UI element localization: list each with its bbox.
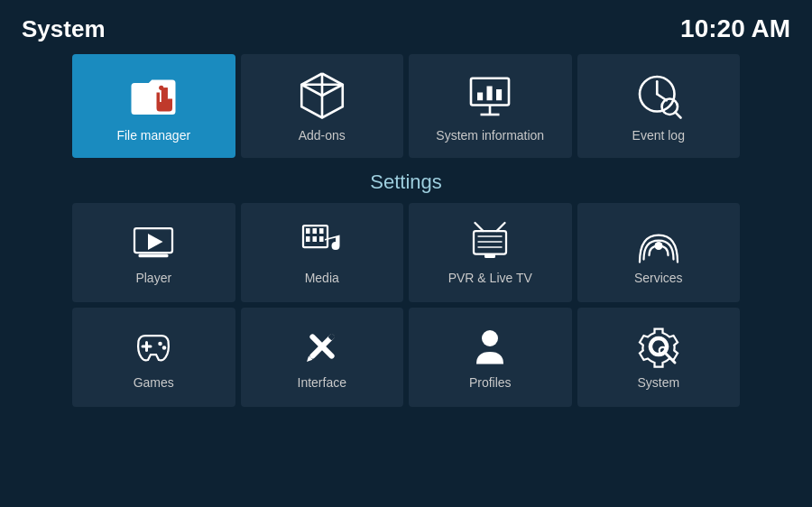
tile-event-log-label: Event log bbox=[632, 128, 685, 143]
tile-pvr-live-tv[interactable]: PVR & Live TV bbox=[409, 203, 572, 302]
tile-add-ons[interactable]: Add-ons bbox=[241, 54, 404, 158]
svg-rect-31 bbox=[484, 254, 495, 259]
svg-rect-10 bbox=[496, 89, 502, 100]
svg-rect-26 bbox=[312, 236, 317, 242]
tile-interface[interactable]: Interface bbox=[241, 308, 404, 407]
svg-point-2 bbox=[159, 85, 163, 89]
svg-rect-24 bbox=[319, 228, 324, 234]
system-icon bbox=[637, 325, 680, 368]
settings-row-2: Games Interface Profiles bbox=[0, 308, 812, 407]
top-row: File manager Add-ons System information bbox=[0, 54, 812, 158]
media-icon bbox=[300, 220, 344, 263]
tile-file-manager[interactable]: File manager bbox=[72, 54, 235, 158]
svg-point-44 bbox=[482, 330, 498, 346]
tile-media-label: Media bbox=[305, 271, 339, 285]
svg-line-29 bbox=[475, 223, 484, 231]
file-manager-icon bbox=[128, 70, 179, 121]
svg-line-30 bbox=[497, 223, 505, 231]
svg-rect-9 bbox=[487, 86, 493, 100]
tile-services[interactable]: Services bbox=[577, 203, 741, 302]
tile-pvr-live-tv-label: PVR & Live TV bbox=[448, 271, 532, 285]
tile-player-label: Player bbox=[135, 271, 171, 285]
header: System 10:20 AM bbox=[0, 0, 812, 51]
tile-profiles[interactable]: Profiles bbox=[409, 308, 572, 407]
settings-label: Settings bbox=[0, 171, 812, 194]
svg-line-5 bbox=[301, 84, 322, 95]
add-ons-icon bbox=[297, 70, 347, 121]
tile-player[interactable]: Player bbox=[72, 203, 235, 302]
tile-profiles-label: Profiles bbox=[469, 375, 512, 390]
event-log-icon bbox=[633, 70, 684, 121]
tile-interface-label: Interface bbox=[298, 375, 346, 390]
svg-rect-22 bbox=[306, 228, 310, 234]
app-title: System bbox=[22, 15, 106, 43]
svg-point-38 bbox=[159, 342, 163, 346]
player-icon bbox=[132, 220, 175, 263]
svg-rect-27 bbox=[319, 236, 324, 242]
clock: 10:20 AM bbox=[680, 14, 790, 43]
tile-games[interactable]: Games bbox=[72, 308, 235, 407]
svg-rect-23 bbox=[312, 228, 317, 234]
tile-file-manager-label: File manager bbox=[116, 128, 190, 143]
svg-point-46 bbox=[660, 347, 667, 355]
tile-services-label: Services bbox=[634, 271, 683, 285]
profiles-icon bbox=[468, 325, 512, 368]
svg-point-39 bbox=[162, 346, 167, 350]
tile-system-information-label: System information bbox=[436, 128, 544, 143]
tile-games-label: Games bbox=[134, 375, 174, 390]
games-icon bbox=[132, 325, 175, 368]
tile-system-information[interactable]: System information bbox=[409, 54, 572, 158]
settings-row-1: Player Media bbox=[0, 203, 812, 302]
pvr-live-tv-icon bbox=[468, 220, 512, 263]
svg-rect-1 bbox=[157, 92, 161, 102]
svg-line-17 bbox=[675, 112, 680, 117]
tile-system[interactable]: System bbox=[577, 308, 741, 407]
svg-rect-8 bbox=[477, 92, 483, 100]
svg-marker-19 bbox=[148, 234, 163, 250]
interface-icon bbox=[300, 325, 344, 368]
tile-system-label: System bbox=[637, 375, 679, 390]
tile-media[interactable]: Media bbox=[241, 203, 404, 302]
svg-rect-25 bbox=[306, 236, 310, 242]
tile-add-ons-label: Add-ons bbox=[299, 128, 346, 143]
tile-event-log[interactable]: Event log bbox=[577, 54, 741, 158]
system-information-icon bbox=[465, 70, 515, 121]
svg-rect-0 bbox=[165, 88, 169, 98]
svg-line-6 bbox=[322, 84, 343, 95]
svg-rect-20 bbox=[139, 254, 169, 258]
services-icon bbox=[637, 220, 680, 263]
